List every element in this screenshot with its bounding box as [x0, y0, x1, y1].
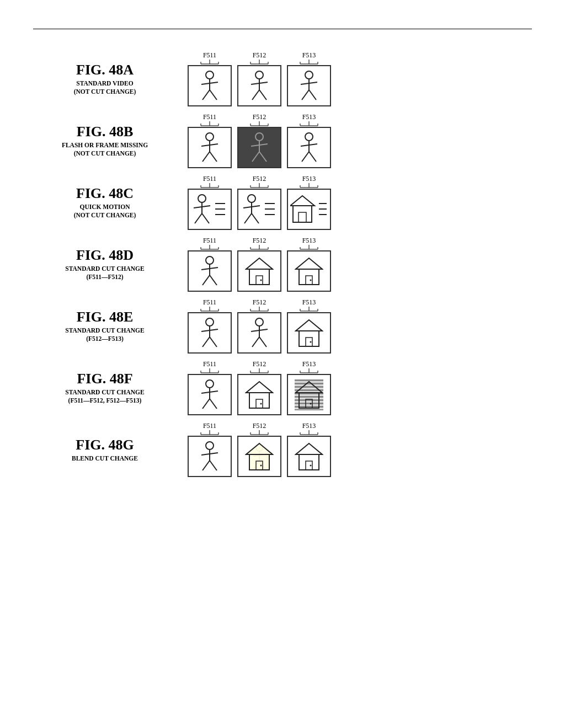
- svg-point-49: [305, 133, 313, 141]
- frames-group: F511 F512: [188, 298, 331, 354]
- svg-rect-136: [299, 331, 319, 346]
- frame-label: F512: [237, 113, 281, 127]
- fig-title: FIG. 48A: [33, 62, 177, 78]
- frames-group: F511 F512: [188, 113, 331, 168]
- figure-row-fig48f: FIG. 48F STANDARD CUT CHANGE(F511—F512, …: [33, 360, 532, 415]
- svg-line-34: [202, 152, 210, 162]
- svg-line-96: [210, 275, 217, 285]
- figure-row-fig48c: FIG. 48C QUICK MOTION(NOT CUT CHANGE) F5…: [33, 175, 532, 230]
- fig-label: FIG. 48E STANDARD CUT CHANGE(F512—F513): [33, 309, 177, 343]
- frame-label: F513: [287, 51, 331, 65]
- svg-line-53: [309, 152, 316, 162]
- svg-line-146: [202, 399, 210, 409]
- frame-box: [188, 250, 232, 292]
- svg-point-126: [255, 318, 263, 326]
- frame-box: [287, 65, 331, 106]
- svg-point-172: [206, 442, 214, 449]
- svg-point-112: [310, 279, 312, 281]
- fig-desc: QUICK MOTION(NOT CUT CHANGE): [33, 203, 177, 220]
- fig-title: FIG. 48F: [33, 371, 177, 387]
- frame-item: F513: [287, 51, 331, 106]
- frame-label: F512: [237, 175, 281, 189]
- frame-item: F512: [237, 51, 281, 106]
- svg-line-95: [202, 275, 210, 285]
- frame-box: [287, 189, 331, 230]
- frame-label: F511: [188, 113, 232, 127]
- svg-marker-101: [246, 258, 273, 269]
- svg-point-155: [260, 403, 262, 404]
- frame-box: [188, 312, 232, 354]
- svg-point-70: [248, 195, 255, 202]
- frame-item: F511: [188, 237, 232, 292]
- frame-label: F511: [188, 237, 232, 250]
- frame-label: F511: [188, 422, 232, 436]
- frame-item: F512: [237, 175, 281, 230]
- fig-title: FIG. 48C: [33, 185, 177, 202]
- frame-box: [237, 250, 281, 292]
- page-header: [0, 0, 565, 24]
- frame-box: [287, 312, 331, 354]
- frame-item: F512: [237, 113, 281, 168]
- svg-line-43: [252, 152, 259, 162]
- frame-box: [237, 65, 281, 106]
- frames-group: F511 F512: [188, 360, 331, 415]
- svg-rect-110: [299, 269, 319, 285]
- frame-label: F513: [287, 237, 331, 250]
- frame-box: [237, 374, 281, 415]
- svg-point-117: [206, 318, 214, 326]
- frame-box: [237, 312, 281, 354]
- svg-rect-102: [249, 269, 269, 285]
- svg-line-25: [302, 90, 309, 100]
- frame-box: [287, 436, 331, 477]
- fig-label: FIG. 48F STANDARD CUT CHANGE(F511—F512, …: [33, 371, 177, 405]
- svg-line-175: [202, 461, 210, 470]
- frame-label: F513: [287, 113, 331, 127]
- frame-label: F511: [188, 360, 232, 374]
- frame-box: [287, 374, 331, 415]
- frame-item: F511: [188, 360, 232, 415]
- svg-rect-195: [299, 454, 319, 470]
- frame-label: F512: [237, 422, 281, 436]
- svg-point-104: [260, 279, 262, 281]
- svg-line-147: [210, 399, 217, 409]
- fig-desc: STANDARD CUT CHANGE(F511—F512): [33, 265, 177, 281]
- svg-rect-83: [293, 206, 312, 222]
- svg-line-44: [259, 152, 266, 162]
- svg-line-7: [202, 90, 210, 100]
- svg-line-17: [259, 90, 266, 100]
- frame-item: F512: [237, 360, 281, 415]
- frame-item: F512: [237, 298, 281, 354]
- svg-point-92: [206, 256, 214, 264]
- fig-label: FIG. 48D STANDARD CUT CHANGE(F511—F512): [33, 247, 177, 281]
- svg-point-138: [310, 341, 312, 342]
- frame-box: [188, 436, 232, 477]
- frame-item: F513: [287, 422, 331, 477]
- frame-item: F513: [287, 237, 331, 292]
- figure-row-fig48g: FIG. 48G BLEND CUT CHANGE F511: [33, 422, 532, 477]
- frame-item: F511: [188, 422, 232, 477]
- figure-row-fig48b: FIG. 48B FLASH OR FRAME MISSING(NOT CUT …: [33, 113, 532, 168]
- svg-marker-194: [296, 443, 322, 454]
- frame-box: [237, 436, 281, 477]
- frame-box: [188, 374, 232, 415]
- frame-item: F511: [188, 298, 232, 354]
- svg-line-120: [202, 337, 210, 347]
- frames-group: F511 F512: [188, 175, 331, 230]
- frame-label: F513: [287, 360, 331, 374]
- figure-row-fig48e: FIG. 48E STANDARD CUT CHANGE(F512—F513) …: [33, 298, 532, 354]
- svg-rect-153: [249, 393, 269, 408]
- frame-box: [237, 127, 281, 168]
- fig-desc: STANDARD VIDEO(NOT CUT CHANGE): [33, 79, 177, 96]
- fig-title: FIG. 48B: [33, 124, 177, 140]
- svg-point-143: [206, 380, 214, 388]
- figure-row-fig48a: FIG. 48A STANDARD VIDEO(NOT CUT CHANGE) …: [33, 51, 532, 106]
- frame-item: F512: [237, 237, 281, 292]
- svg-point-189: [260, 464, 262, 466]
- frame-box: [287, 127, 331, 168]
- frame-label: F511: [188, 51, 232, 65]
- fig-label: FIG. 48B FLASH OR FRAME MISSING(NOT CUT …: [33, 124, 177, 158]
- frame-box: [287, 250, 331, 292]
- frame-box: [188, 189, 232, 230]
- svg-line-121: [210, 337, 217, 347]
- frame-box: [188, 127, 232, 168]
